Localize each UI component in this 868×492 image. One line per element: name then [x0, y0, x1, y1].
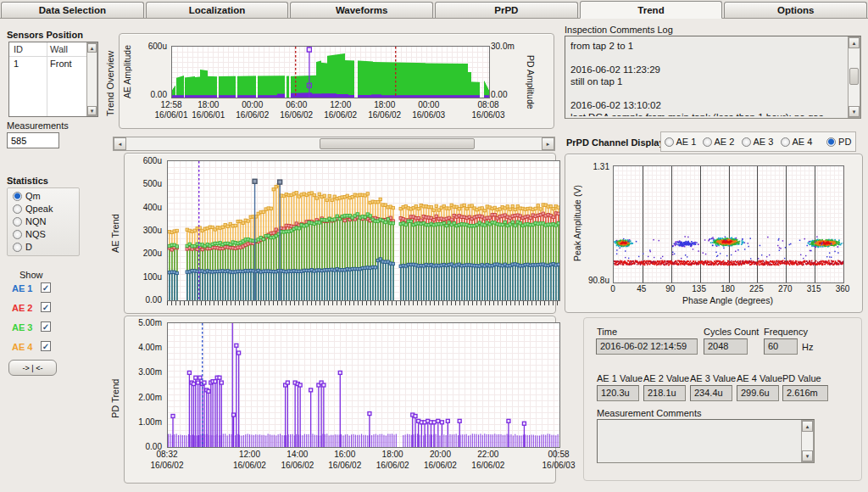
prpd-channel-radio-group: AE 1 AE 2 AE 3 AE 4 PD	[660, 131, 856, 152]
ae-trend-y-tick: 300u	[130, 226, 162, 235]
overview-x-tick-time: 08:08	[477, 100, 498, 109]
pd-trend-x-tick-time: 12:00	[239, 450, 260, 459]
scroll-down-icon[interactable]: ▾	[802, 450, 813, 461]
ae3-value: 234.4u	[690, 385, 732, 401]
scroll-down-icon[interactable]: ▾	[87, 106, 97, 115]
y-tick: 0.00	[491, 90, 520, 99]
prpd-option-label: AE 3	[753, 137, 773, 147]
scroll-up-icon[interactable]: ▴	[849, 37, 860, 48]
statistics-option-nqn[interactable]: NQN	[13, 216, 79, 229]
scroll-thumb[interactable]	[849, 68, 859, 85]
pd-trend-y-tick: 4.00m	[130, 343, 162, 352]
scroll-down-icon[interactable]: ▾	[849, 106, 860, 117]
statistics-option-label: D	[25, 242, 32, 252]
tab-data-selection[interactable]: Data Selection	[1, 2, 144, 18]
trend-hscrollbar[interactable]: ◂ ▸	[113, 137, 555, 151]
ae2-value: 218.1u	[643, 385, 686, 401]
statistics-option-qpeak[interactable]: Qpeak	[13, 204, 79, 216]
pd-trend-x-tick-date: 16/06/02	[471, 461, 504, 470]
prpd-plot	[613, 165, 844, 283]
prpd-option-label: AE 1	[676, 137, 696, 147]
measurements-label: Measurements	[7, 120, 69, 131]
tab-localization[interactable]: Localization	[146, 2, 289, 18]
scroll-up-icon[interactable]: ▴	[87, 43, 97, 53]
show-ae4-checkbox[interactable]: ✓	[41, 341, 51, 351]
sensors-table[interactable]: ID Wall 1 Front ▴ ▾	[8, 42, 98, 117]
overview-x-tick-time: 18:00	[198, 100, 219, 109]
pd-trend-plot	[167, 322, 560, 448]
radio-icon	[781, 137, 790, 147]
radio-icon	[665, 137, 674, 147]
cursor-transfer-button[interactable]: -> | <-	[8, 360, 57, 376]
frequency-label: Frequency	[764, 327, 808, 337]
pd-trend-x-tick-time: 16:00	[334, 450, 355, 459]
prpd-option-pd[interactable]: PD	[826, 137, 851, 147]
scroll-up-icon[interactable]: ▴	[802, 421, 813, 432]
measurement-comments-label: Measurement Comments	[597, 408, 702, 418]
prpd-option-ae2[interactable]: AE 2	[703, 137, 734, 147]
statistics-radio-group: Qm Qpeak NQN NQS D	[7, 187, 80, 256]
frequency-value: 60	[764, 338, 798, 355]
show-ae1-label: AE 1	[12, 283, 32, 294]
radio-icon	[13, 243, 22, 252]
y-tick: 1.31	[576, 162, 609, 171]
trend-overview-plot	[171, 46, 490, 98]
ae-trend-y-tick: 0.00	[130, 295, 162, 305]
overview-x-tick-date: 16/06/02	[236, 110, 269, 120]
prpd-option-label: AE 4	[792, 137, 812, 147]
ae3-value-label: AE 3 Value	[690, 373, 736, 383]
prpd-option-ae1[interactable]: AE 1	[665, 137, 696, 147]
scroll-right-icon[interactable]: ▸	[542, 137, 554, 150]
overview-x-tick-date: 16/06/02	[324, 110, 357, 120]
statistics-option-nqs[interactable]: NQS	[13, 229, 79, 242]
tab-trend[interactable]: Trend	[580, 1, 723, 19]
tab-options[interactable]: Options	[724, 2, 867, 18]
show-ae4-label: AE 4	[12, 342, 32, 352]
ae-trend-y-tick: 500u	[130, 179, 162, 188]
inspection-comments-box[interactable]: from tap 2 to 1 2016-06-02 11:23:29 stil…	[565, 36, 861, 119]
radio-icon	[13, 217, 22, 226]
show-ae2-checkbox[interactable]: ✓	[41, 302, 51, 312]
statistics-option-qm[interactable]: Qm	[13, 191, 79, 204]
tab-waveforms[interactable]: Waveforms	[290, 2, 433, 18]
pd-trend-x-tick-time: 18:00	[382, 450, 403, 459]
y-tick: 0.00	[135, 90, 167, 99]
phase-angle-axis-label: Phase Angle (degrees)	[613, 295, 843, 305]
comments-scrollbar[interactable]: ▴ ▾	[848, 36, 860, 118]
scroll-thumb[interactable]	[320, 138, 475, 149]
tab-prpd[interactable]: PrPD	[435, 2, 578, 18]
statistics-option-label: NQS	[25, 229, 46, 239]
prpd-x-tick: 360	[836, 284, 850, 294]
pd-trend-x-tick-date: 16/06/02	[281, 461, 314, 470]
overview-x-tick-date: 16/06/02	[368, 110, 401, 120]
pd-value-label: PD Value	[782, 373, 821, 383]
statistics-option-d[interactable]: D	[13, 242, 79, 254]
measurements-input[interactable]	[7, 132, 59, 148]
pd-value: 2.616m	[782, 385, 828, 401]
sensors-cell-id: 1	[14, 59, 19, 69]
prpd-x-tick: 270	[778, 284, 793, 294]
ae-trend-tickstrip	[167, 301, 559, 305]
ae-trend-y-tick: 100u	[130, 272, 162, 282]
prpd-option-label: PD	[838, 137, 851, 147]
sensors-table-scrollbar[interactable]: ▴ ▾	[86, 42, 97, 116]
prpd-option-ae3[interactable]: AE 3	[742, 137, 773, 147]
overview-x-tick-time: 00:00	[418, 100, 439, 109]
radio-icon	[13, 230, 22, 239]
statistics-label: Statistics	[7, 176, 48, 186]
measurement-comments-box[interactable]: ▴ ▾	[597, 419, 815, 463]
prpd-option-ae4[interactable]: AE 4	[781, 137, 812, 147]
pd-trend-chart: 5.00m4.00m3.00m2.00m1.00m0.0008:3216/06/…	[124, 316, 556, 484]
radio-selected-icon	[13, 192, 22, 201]
sensors-col-id: ID	[14, 44, 23, 54]
comments-scrollbar[interactable]: ▴ ▾	[801, 420, 814, 462]
show-ae3-checkbox[interactable]: ✓	[41, 321, 51, 332]
pd-trend-x-tick-date: 16/06/02	[424, 461, 457, 470]
frequency-unit-label: Hz	[802, 342, 813, 352]
inspection-comments-text: from tap 2 to 1 2016-06-02 11:23:29 stil…	[570, 40, 843, 116]
ae4-value-label: AE 4 Value	[737, 373, 782, 383]
scroll-left-icon[interactable]: ◂	[114, 137, 126, 150]
pd-trend-x-tick-date: 16/06/02	[151, 461, 184, 470]
show-ae1-checkbox[interactable]: ✓	[41, 282, 51, 293]
pd-trend-x-tick-time: 14:00	[287, 450, 308, 459]
